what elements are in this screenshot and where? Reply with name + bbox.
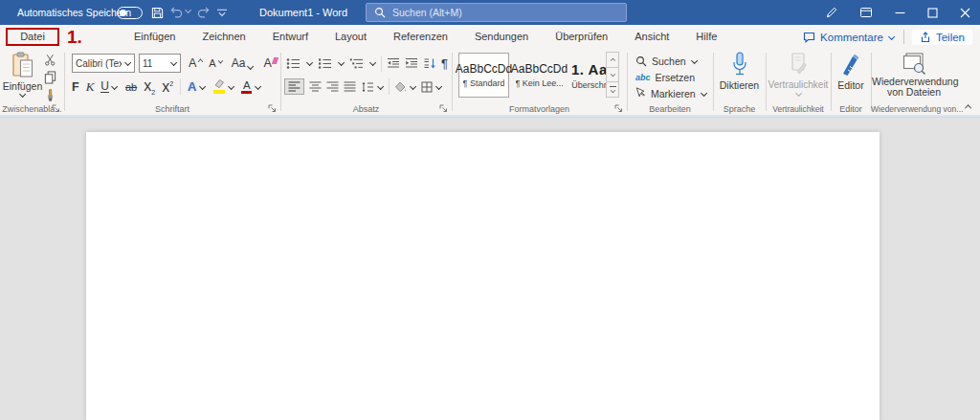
increase-indent-button[interactable] [405,57,418,69]
replace-label: Ersetzen [656,72,695,83]
dialog-launcher-icon[interactable] [51,103,60,113]
gallery-scroll-down-button[interactable] [606,67,619,83]
collapse-ribbon-icon[interactable] [961,100,974,112]
dialog-launcher-icon[interactable] [613,103,623,113]
chevron-up-icon [964,103,971,109]
undo-icon[interactable] [168,0,184,25]
divider [381,55,382,72]
copy-icon[interactable] [44,71,56,84]
undo-dropdown-icon[interactable] [184,8,191,13]
tab-sendungen[interactable]: Sendungen [461,25,542,49]
chevron-down-icon [701,91,708,97]
gallery-scroll-up-button[interactable] [606,52,619,68]
tab-layout[interactable]: Layout [322,25,380,49]
editor-pen-icon [839,52,862,77]
autosave-toggle-knob [120,10,126,16]
underline-button[interactable]: U [100,81,119,93]
show-paragraph-marks-button[interactable]: ¶ [441,56,448,71]
search-input[interactable] [392,7,618,18]
tab-ueberpruefen[interactable]: Überprüfen [542,25,621,49]
redo-icon[interactable] [195,0,211,25]
text-effects-button[interactable]: A [188,79,206,94]
subscript-button[interactable]: x2 [144,77,155,96]
ribbon-display-options-icon[interactable] [852,0,880,25]
align-left-button-selected[interactable] [284,78,304,95]
dictate-button[interactable]: Diktieren [713,52,766,91]
font-name-combobox[interactable]: Calibri (Textk [72,54,135,73]
format-painter-icon[interactable] [44,89,56,102]
italic-button[interactable]: K [86,79,95,95]
select-label: Markieren [651,88,696,99]
superscript-button[interactable]: x2 [162,78,173,96]
clear-formatting-button[interactable]: A [263,56,271,70]
justify-button[interactable] [344,81,356,92]
borders-button[interactable] [421,81,442,93]
reuse-files-button[interactable]: Wiederverwendung von Dateien [871,52,957,98]
group-label-wiederverwendung: Wiederverwendung von... [871,104,957,114]
editor-button[interactable]: Editor [831,52,871,91]
sort-button[interactable] [423,57,436,70]
select-button[interactable]: Markieren [635,86,708,100]
maximize-button[interactable] [917,0,947,25]
style-name: ¶ Standard [463,78,505,88]
paste-button[interactable]: Einfügen [4,52,41,106]
tab-datei[interactable]: Datei [20,30,45,44]
style-card-kein-leerraum[interactable]: AaBbCcDd ¶ Kein Lee... [514,53,565,98]
autosave-label: Automatisches Speichern [17,0,131,25]
clear-formatting-glyph: A [263,56,271,70]
style-card-standard[interactable]: AaBbCcDd ¶ Standard [458,53,509,98]
cut-scissors-icon[interactable] [44,54,56,66]
tab-einfuegen[interactable]: Einfügen [121,25,189,49]
decrease-indent-button[interactable] [387,57,400,69]
chevron-down-icon [691,58,699,64]
chevron-down-icon[interactable] [305,60,313,66]
strikethrough-button[interactable]: ab [125,81,137,93]
editing-mode-pencil-icon[interactable] [817,0,846,25]
reuse-files-icon [902,52,926,76]
tab-ansicht[interactable]: Ansicht [621,25,682,49]
grow-font-button[interactable]: A [189,56,196,70]
line-spacing-button[interactable] [361,81,384,93]
search-box[interactable] [366,3,627,22]
quick-access-toolbar-menu-icon[interactable] [214,0,230,25]
group-wiederverwendung: Wiederverwendung von Dateien Wiederverwe… [871,49,957,115]
tab-zeichnen[interactable]: Zeichnen [189,25,258,49]
save-icon[interactable] [148,0,166,25]
tab-hilfe[interactable]: Hilfe [682,25,730,49]
autosave-toggle[interactable] [117,7,143,19]
tab-referenzen[interactable]: Referenzen [380,25,461,49]
document-page[interactable] [86,132,880,420]
dialog-launcher-icon[interactable] [438,103,448,113]
align-right-button[interactable] [326,81,339,92]
chevron-down-icon[interactable] [337,60,345,66]
highlighter-icon [212,79,225,94]
shading-button[interactable] [394,81,416,93]
change-case-button[interactable]: Aa [232,56,255,70]
font-color-button[interactable]: A [241,80,261,94]
font-color-bar [241,91,252,94]
document-area[interactable] [0,117,980,420]
editor-label: Editor [837,80,863,91]
tab-entwurf[interactable]: Entwurf [259,25,322,49]
find-button[interactable]: Suchen [635,54,699,68]
align-center-button[interactable] [309,81,322,92]
chevron-down-icon[interactable] [368,60,376,66]
line-spacing-icon [361,81,374,93]
gallery-more-button[interactable] [606,81,619,98]
comments-button[interactable]: Kommentare [803,32,896,43]
replace-button[interactable]: abc Ersetzen [635,70,695,84]
multilevel-list-button[interactable] [349,57,364,70]
chevron-down-icon [888,34,896,40]
numbered-list-button[interactable] [318,57,332,70]
shrink-font-button[interactable]: A [209,57,215,69]
bullet-list-button[interactable] [286,57,301,70]
minimize-button[interactable] [884,0,915,25]
tabrow-right-actions: Kommentare Teilen [803,27,972,47]
close-button[interactable] [949,0,980,25]
share-button[interactable]: Teilen [912,30,972,45]
text-highlight-button[interactable] [212,79,234,94]
dialog-launcher-icon[interactable] [267,103,277,113]
word-app-window: Automatisches Speichern Dokument1 - Word [0,0,980,420]
font-size-combobox[interactable]: 11 [139,54,181,73]
bold-button[interactable]: F [72,80,79,94]
